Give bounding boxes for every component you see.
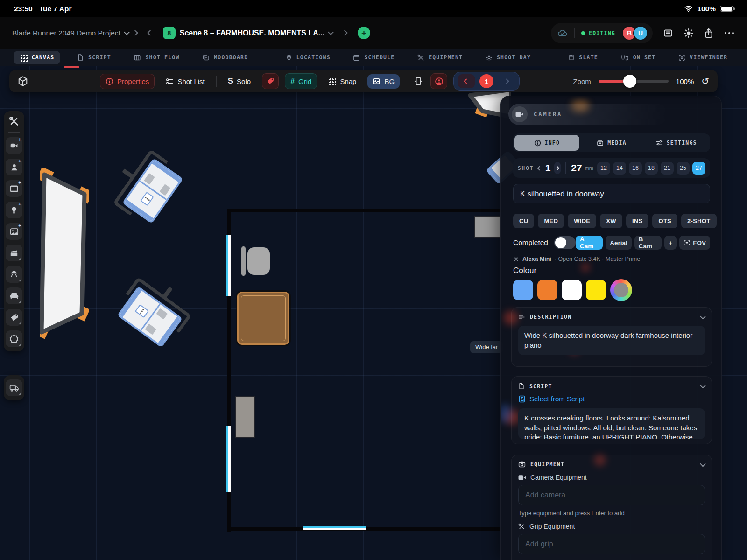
description-textarea[interactable]: Wide K silhouetted in doorway dark farmh… — [518, 326, 705, 355]
add-cam-button[interactable]: + — [664, 236, 677, 250]
fov-button[interactable]: FOV — [679, 236, 710, 250]
prev-shot-button[interactable] — [537, 167, 542, 170]
swatch-white[interactable] — [562, 280, 582, 300]
swatch-orange[interactable] — [537, 280, 557, 300]
tab-moodboard[interactable]: MOODBOARD — [196, 51, 254, 64]
scene-selector[interactable]: Scene 8 – FARMHOUSE. MOMENTS LA... — [180, 29, 333, 37]
tab-slate[interactable]: SLATE — [562, 51, 604, 64]
add-flag-tool[interactable]: + — [6, 180, 22, 197]
size-option[interactable]: INS — [626, 214, 649, 228]
solo-button[interactable]: S Solo — [223, 73, 256, 89]
add-camera-input[interactable] — [518, 485, 705, 505]
tab-settings[interactable]: SETTINGS — [644, 135, 709, 151]
add-badge-tool[interactable] — [6, 330, 22, 347]
next-scene-button[interactable] — [342, 30, 348, 36]
select-from-script-link[interactable]: Select from Script — [518, 395, 705, 403]
cam-option-aerial[interactable]: Aerial — [606, 236, 632, 250]
zoom-slider-knob[interactable] — [623, 75, 636, 88]
brightness-icon[interactable] — [684, 28, 694, 38]
grid-toggle-button[interactable]: # Grid — [285, 73, 317, 89]
focal-option[interactable]: 18 — [645, 162, 658, 175]
swatch-blue[interactable] — [513, 280, 533, 300]
completed-toggle[interactable] — [554, 236, 576, 249]
add-tag-tool[interactable] — [6, 309, 22, 326]
cam-option-b[interactable]: B Cam — [634, 236, 662, 250]
swatch-colour-wheel[interactable] — [610, 279, 632, 301]
add-scene-button[interactable]: + — [358, 27, 370, 39]
next-shot-button[interactable] — [554, 162, 561, 174]
next-shot-button[interactable] — [498, 74, 515, 88]
tab-on-set[interactable]: ON SET — [615, 51, 662, 64]
add-image-tool[interactable]: + — [6, 223, 22, 240]
piano[interactable] — [235, 396, 255, 438]
add-actor-tool[interactable]: + — [6, 159, 22, 175]
tab-viewfinder[interactable]: VIEWFINDER — [672, 51, 733, 64]
add-vehicle-tool[interactable] — [6, 379, 22, 396]
add-light-tool[interactable]: + — [6, 202, 22, 218]
presence-button[interactable] — [430, 73, 447, 89]
tab-locations[interactable]: LOCATIONS — [280, 51, 337, 64]
rotate-device-icon[interactable] — [412, 77, 424, 86]
focal-option[interactable]: 21 — [661, 162, 674, 175]
script-header[interactable]: SCRIPT — [518, 383, 705, 390]
size-option[interactable]: XW — [600, 214, 622, 228]
window[interactable] — [226, 426, 231, 492]
project-switcher[interactable]: Blade Runner 2049 Demo Project — [12, 29, 129, 37]
table[interactable] — [237, 292, 289, 345]
tab-schedule[interactable]: SCHEDULE — [347, 51, 401, 64]
swatch-yellow[interactable] — [586, 280, 606, 300]
tab-script[interactable]: SCRIPT — [71, 51, 117, 64]
tab-equipment[interactable]: EQUIPMENT — [411, 51, 469, 64]
size-option[interactable]: OTS — [652, 214, 677, 228]
size-option[interactable]: MED — [538, 214, 564, 228]
add-practical-light-tool[interactable] — [6, 266, 22, 283]
shot-name-input[interactable] — [513, 184, 710, 203]
canvas[interactable]: Wide far Properties Shot List S Solo # — [0, 66, 747, 560]
scene-number-badge[interactable]: 8 — [163, 27, 176, 39]
chair[interactable] — [247, 247, 270, 275]
focal-option[interactable]: 12 — [597, 162, 610, 175]
tab-info[interactable]: INFO — [514, 135, 579, 151]
add-camera-tool[interactable]: + — [6, 137, 22, 154]
focal-option-selected[interactable]: 27 — [692, 162, 705, 175]
more-menu-icon[interactable] — [724, 31, 735, 35]
background-button[interactable]: BG — [367, 74, 400, 89]
script-excerpt[interactable]: K crosses creaking floors. Looks around:… — [518, 408, 705, 439]
collaborator-avatars[interactable]: B U — [622, 26, 648, 41]
focal-option[interactable]: 14 — [613, 162, 626, 175]
tag-button[interactable] — [262, 73, 279, 89]
size-option[interactable]: 2-SHOT — [681, 214, 716, 228]
bounce-frame[interactable] — [40, 168, 89, 340]
avatar[interactable]: U — [633, 26, 648, 41]
cabinet[interactable] — [474, 216, 501, 238]
chair-back[interactable] — [241, 246, 246, 276]
size-option[interactable]: WIDE — [568, 214, 596, 228]
window[interactable] — [303, 526, 366, 530]
zoom-reset-button[interactable]: ↺ — [701, 76, 709, 87]
current-shot-badge[interactable]: 1 — [479, 74, 493, 88]
focal-option[interactable]: 25 — [677, 162, 690, 175]
description-header[interactable]: DESCRIPTION — [518, 314, 705, 320]
notes-panel-icon[interactable] — [663, 28, 673, 38]
zoom-slider[interactable] — [599, 80, 669, 83]
share-icon[interactable] — [704, 28, 713, 38]
prev-shot-button[interactable] — [458, 74, 475, 88]
add-clapper-tool[interactable] — [6, 245, 22, 261]
window[interactable] — [226, 235, 231, 296]
tools-button[interactable] — [9, 115, 19, 127]
tab-media[interactable]: MEDIA — [579, 135, 644, 151]
light-skypanel[interactable] — [117, 286, 183, 348]
tab-shot-flow[interactable]: SHOT FLOW — [127, 51, 185, 64]
cube-icon[interactable] — [18, 76, 28, 87]
wall[interactable] — [229, 209, 504, 212]
equipment-header[interactable]: EQUIPMENT — [518, 461, 705, 468]
size-option[interactable]: CU — [513, 214, 534, 228]
cam-option-a[interactable]: A Cam — [576, 236, 603, 250]
focal-option[interactable]: 16 — [629, 162, 642, 175]
shot-list-button[interactable]: Shot List — [161, 74, 210, 89]
tab-canvas[interactable]: CANVAS — [14, 51, 61, 64]
tab-shoot-day[interactable]: SHOOT DAY — [479, 51, 537, 64]
add-furniture-tool[interactable] — [6, 287, 22, 304]
add-grip-input[interactable] — [518, 534, 705, 554]
prev-scene-button[interactable] — [147, 30, 153, 36]
